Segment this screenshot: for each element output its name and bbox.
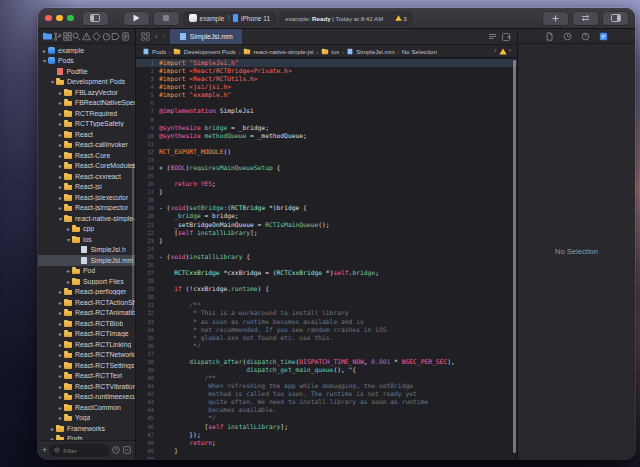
code-line[interactable]: 8	[136, 116, 517, 124]
disclosure-arrow-icon[interactable]: ▸	[65, 278, 72, 285]
project-navigator-icon[interactable]	[43, 32, 52, 41]
sidebar-scrollbar[interactable]	[132, 163, 135, 313]
tree-item[interactable]: ▸React-CoreModules	[38, 161, 135, 172]
disclosure-arrow-icon[interactable]: ▸	[57, 330, 64, 337]
tree-item[interactable]: ▸React-runtimeexecutor	[38, 392, 135, 403]
symbol-navigator-icon[interactable]	[63, 32, 72, 41]
code-line[interactable]: 42 method is called too soon. The runtim…	[136, 390, 517, 398]
disclosure-arrow-icon[interactable]: ▾	[41, 57, 48, 64]
tree-item[interactable]: SimpleJsi.mm	[38, 255, 135, 266]
toggle-navigator-button[interactable]	[83, 12, 108, 25]
breadcrumb-item[interactable]: SimpleJsi.mm	[346, 48, 395, 55]
code-line[interactable]: 37	[136, 350, 517, 358]
code-line[interactable]: 3#import <React/RCTUtils.h>	[136, 75, 517, 83]
disclosure-arrow-icon[interactable]: ▸	[57, 99, 64, 106]
test-navigator-icon[interactable]	[92, 32, 101, 41]
history-inspector-icon[interactable]	[563, 32, 572, 41]
tree-item[interactable]: ▸example	[38, 45, 135, 56]
tree-item[interactable]: ▸React-Core	[38, 150, 135, 161]
tree-item[interactable]: ▸React-perflogger	[38, 287, 135, 298]
tree-item[interactable]: ▸RCTRequired	[38, 108, 135, 119]
disclosure-arrow-icon[interactable]: ▸	[57, 288, 64, 295]
code-line[interactable]: 46 [self installLibrary];	[136, 423, 517, 431]
tree-item[interactable]: ▸RCTTypeSafety	[38, 119, 135, 130]
code-line[interactable]: 5#import "example.h"	[136, 91, 517, 99]
disclosure-arrow-icon[interactable]: ▸	[57, 404, 64, 411]
code-line[interactable]: 10@synthesize methodQueue = _methodQueue…	[136, 132, 517, 140]
code-line[interactable]: 19- (void)setBridge:(RCTBridge *)bridge …	[136, 204, 517, 212]
tree-item[interactable]: ▸FBReactNativeSpec	[38, 98, 135, 109]
disclosure-arrow-icon[interactable]: ▸	[57, 152, 64, 159]
tree-item[interactable]: ▸React-RCTSettings	[38, 360, 135, 371]
next-issue-button[interactable]: ›	[509, 47, 511, 55]
editor-options-icon[interactable]	[488, 33, 497, 41]
tree-item[interactable]: Podfile	[38, 66, 135, 77]
tree-item[interactable]: ▸React-jsi	[38, 182, 135, 193]
tree-item[interactable]: ▸ReactCommon	[38, 402, 135, 413]
disclosure-arrow-icon[interactable]: ▸	[57, 141, 64, 148]
tree-item[interactable]: ▸Frameworks	[38, 423, 135, 434]
recent-files-filter-icon[interactable]	[112, 446, 120, 454]
stop-button[interactable]	[154, 12, 179, 25]
code-line[interactable]: 29 if (!cxxBridge.runtime) {	[136, 285, 517, 293]
disclosure-arrow-icon[interactable]: ▸	[49, 435, 56, 440]
code-line[interactable]: 34 * not recommended. If you see random …	[136, 326, 517, 334]
minimize-window-button[interactable]	[56, 15, 63, 22]
code-line[interactable]: 24	[136, 245, 517, 253]
code-line[interactable]: 9@synthesize bridge = _bridge;	[136, 124, 517, 132]
disclosure-arrow-icon[interactable]: ▸	[57, 341, 64, 348]
tree-item[interactable]: ▾Pods	[38, 56, 135, 67]
code-line[interactable]: 18	[136, 196, 517, 204]
code-line[interactable]: 27 RCTCxxBridge *cxxBridge = (RCTCxxBrid…	[136, 269, 517, 277]
tree-item[interactable]: ▸React-RCTBlob	[38, 318, 135, 329]
code-line[interactable]: 35 * global.xxx not found etc. use this.	[136, 334, 517, 342]
code-line[interactable]: 23}	[136, 237, 517, 245]
code-line[interactable]: 25- (void)installLibrary {	[136, 253, 517, 261]
breadcrumb-item[interactable]: Development Pods	[173, 48, 236, 55]
code-line[interactable]: 12RCT_EXPORT_MODULE()	[136, 148, 517, 156]
tree-item[interactable]: ▸FBLazyVector	[38, 87, 135, 98]
disclosure-arrow-icon[interactable]: ▸	[57, 414, 64, 421]
issue-navigator-icon[interactable]	[82, 32, 91, 41]
disclosure-arrow-icon[interactable]: ▸	[57, 131, 64, 138]
tree-item[interactable]: ▸React-jsinspector	[38, 203, 135, 214]
code-line[interactable]: 21 _setBridgeOnMainQueue = RCTIsMainQueu…	[136, 221, 517, 229]
code-review-button[interactable]	[573, 12, 598, 25]
disclosure-arrow-icon[interactable]: ▾	[49, 78, 56, 85]
tree-item[interactable]: ▸React-RCTImage	[38, 329, 135, 340]
tree-item[interactable]: ▸cpp	[38, 224, 135, 235]
code-line[interactable]: 28	[136, 277, 517, 285]
tree-item[interactable]: ▸React-RCTNetwork	[38, 350, 135, 361]
code-line[interactable]: 22 [self installLibrary];	[136, 229, 517, 237]
code-line[interactable]: 48 return;	[136, 439, 517, 447]
disclosure-arrow-icon[interactable]: ▸	[57, 89, 64, 96]
code-line[interactable]: 17}	[136, 188, 517, 196]
code-line[interactable]: 15	[136, 172, 517, 180]
breadcrumb-item[interactable]: react-native-simple-jsi	[243, 48, 314, 55]
debug-navigator-icon[interactable]	[102, 32, 111, 41]
add-editor-icon[interactable]	[502, 33, 512, 41]
code-line[interactable]: 45 */	[136, 414, 517, 422]
tree-item[interactable]: ▾ios	[38, 234, 135, 245]
tree-item[interactable]: ▸React-RCTText	[38, 371, 135, 382]
tree-item[interactable]: ▸React-cxxreact	[38, 171, 135, 182]
code-line[interactable]: 38 dispatch_after(dispatch_time(DISPATCH…	[136, 358, 517, 366]
toggle-inspector-button[interactable]	[603, 12, 628, 25]
code-line[interactable]: 1#import "SimpleJsi.h"	[136, 59, 517, 67]
code-line[interactable]: 33 * as soon as runtime becomes availabl…	[136, 318, 517, 326]
scheme-selector[interactable]: example ⟩ iPhone 11	[184, 12, 276, 25]
tree-item[interactable]: ▸React-RCTLinking	[38, 339, 135, 350]
code-line[interactable]: 40 /**	[136, 374, 517, 382]
back-button[interactable]: ‹	[155, 33, 158, 41]
library-button[interactable]	[543, 12, 568, 25]
code-line[interactable]: 49 }	[136, 447, 517, 455]
disclosure-arrow-icon[interactable]: ▸	[57, 183, 64, 190]
code-line[interactable]: 43 quite often. We need to install libra…	[136, 398, 517, 406]
disclosure-arrow-icon[interactable]: ▸	[57, 204, 64, 211]
disclosure-arrow-icon[interactable]: ▸	[49, 425, 56, 432]
disclosure-arrow-icon[interactable]: ▸	[57, 120, 64, 127]
code-line[interactable]: 11	[136, 140, 517, 148]
code-line[interactable]: 39 dispatch_get_main_queue(), ^{	[136, 366, 517, 374]
code-line[interactable]: 6	[136, 99, 517, 107]
code-line[interactable]: 26	[136, 261, 517, 269]
